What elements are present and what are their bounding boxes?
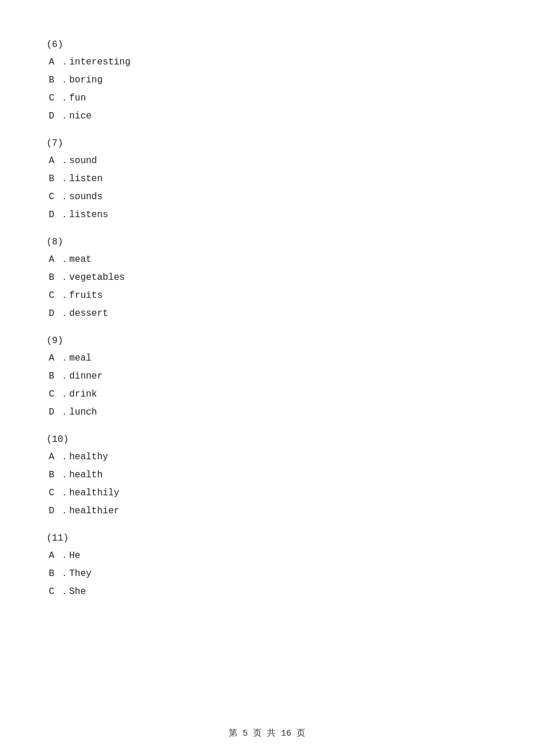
option-q10-b[interactable]: B ．health: [46, 469, 488, 481]
option-q11-c[interactable]: C ．She: [46, 585, 488, 597]
option-q8-d[interactable]: D ．dessert: [46, 307, 488, 319]
option-q6-c[interactable]: C ．fun: [46, 92, 488, 104]
option-q8-b[interactable]: B ．vegetables: [46, 271, 488, 283]
option-q9-c[interactable]: C ．drink: [46, 388, 488, 400]
option-q11-a[interactable]: A ．He: [46, 549, 488, 561]
option-q7-c[interactable]: C ．sounds: [46, 190, 488, 203]
option-q11-b[interactable]: B ．They: [46, 567, 488, 579]
question-number-q10: (10): [46, 434, 488, 445]
footer-text: 第 5 页 共 16 页: [229, 729, 305, 739]
option-q6-a[interactable]: A ．interesting: [46, 56, 488, 68]
option-q7-b[interactable]: B ．listen: [46, 172, 488, 185]
question-number-q11: (11): [46, 533, 488, 543]
page-footer: 第 5 页 共 16 页: [0, 728, 534, 739]
option-q6-d[interactable]: D ．nice: [46, 110, 488, 122]
question-number-q8: (8): [46, 237, 488, 247]
option-q9-a[interactable]: A ．meal: [46, 352, 488, 364]
question-number-q7: (7): [46, 138, 488, 149]
option-q7-d[interactable]: D ．listens: [46, 208, 488, 221]
option-q10-c[interactable]: C ．healthily: [46, 487, 488, 499]
option-q9-d[interactable]: D ．lunch: [46, 406, 488, 418]
option-q9-b[interactable]: B ．dinner: [46, 370, 488, 382]
option-q8-a[interactable]: A ．meat: [46, 253, 488, 265]
question-number-q9: (9): [46, 336, 488, 346]
option-q6-b[interactable]: B ．boring: [46, 74, 488, 86]
option-q10-d[interactable]: D ．healthier: [46, 505, 488, 517]
option-q8-c[interactable]: C ．fruits: [46, 289, 488, 301]
question-number-q6: (6): [46, 39, 488, 50]
option-q7-a[interactable]: A ．sound: [46, 154, 488, 167]
option-q10-a[interactable]: A ．healthy: [46, 451, 488, 463]
page-content: (6)A ．interestingB ．boringC ．funD ．nice(…: [0, 0, 534, 638]
